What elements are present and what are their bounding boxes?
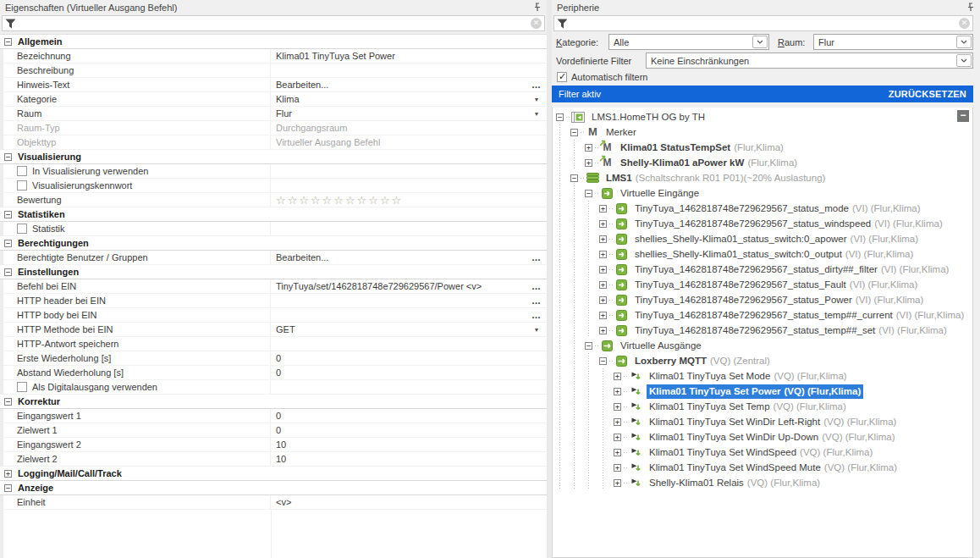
section-header[interactable]: +Logging/Mail/Call/Track: [0, 467, 547, 481]
tree-row-highlight[interactable]: Klima01 TinyTuya Set WindSpeed(VQ) (Flur…: [647, 445, 875, 460]
expand-icon[interactable]: +: [599, 312, 607, 319]
dropdown-arrow-icon[interactable]: ▼: [534, 97, 540, 102]
collapse-icon[interactable]: −: [585, 190, 592, 197]
chevron-down-icon[interactable]: [956, 54, 972, 67]
pin-icon[interactable]: [966, 3, 975, 12]
property-row[interactable]: Eingangswert 210: [0, 438, 547, 452]
collapse-icon[interactable]: −: [4, 38, 12, 46]
property-row[interactable]: Befehl bei EINTinyTuya/set/1462818748e72…: [0, 279, 547, 294]
property-row[interactable]: HTTP-Antwort speichern: [0, 337, 547, 351]
tree-row[interactable]: +Klima01 TinyTuya Set Mode(VQ) (Flur,Kli…: [553, 368, 972, 384]
property-checkbox[interactable]: [17, 180, 27, 191]
property-value-cell[interactable]: [271, 294, 526, 307]
property-row[interactable]: Einheit<v>: [0, 495, 547, 510]
auto-filter-checkbox[interactable]: [557, 72, 567, 82]
collapse-icon[interactable]: −: [585, 342, 592, 350]
tree-row-highlight[interactable]: Shelly-Klima01 Relais(VQ) (Flur,Klima): [647, 476, 823, 490]
property-value-cell[interactable]: Bearbeiten...: [271, 78, 526, 91]
property-row[interactable]: Zielwert 210: [0, 452, 547, 467]
property-row[interactable]: BezeichnungKlima01 TinyTuya Set Power: [0, 49, 547, 64]
property-row[interactable]: Abstand Wiederholung [s]0: [0, 366, 547, 380]
ellipsis-button[interactable]: …: [531, 80, 542, 90]
property-row[interactable]: Zielwert 10: [0, 423, 547, 438]
expand-icon[interactable]: +: [4, 470, 12, 478]
property-checkbox[interactable]: [17, 224, 27, 234]
tree-row-highlight[interactable]: Virtuelle Ausgänge: [618, 339, 704, 353]
pin-icon[interactable]: [533, 3, 542, 12]
property-value-cell[interactable]: [271, 308, 526, 322]
expand-icon[interactable]: +: [599, 235, 607, 243]
tree-row[interactable]: +TinyTuya_1462818748e729629567_status_te…: [553, 323, 972, 338]
tree-row[interactable]: +TinyTuya_1462818748e729629567_status_te…: [553, 307, 972, 323]
section-header[interactable]: −Anzeige: [0, 481, 547, 495]
property-checkbox[interactable]: [17, 166, 27, 176]
dropdown-arrow-icon[interactable]: ▼: [534, 327, 540, 333]
tree-row-highlight[interactable]: TinyTuya_1462818748e729629567_status_Pow…: [632, 293, 926, 307]
tree-row-highlight[interactable]: TinyTuya_1462818748e729629567_status_tem…: [632, 308, 966, 323]
property-value-cell[interactable]: 10: [271, 452, 526, 466]
expand-icon[interactable]: +: [585, 159, 592, 167]
collapse-icon[interactable]: −: [599, 357, 607, 365]
tree-row[interactable]: −Virtuelle Ausgänge: [553, 338, 972, 353]
property-value-cell[interactable]: [271, 179, 526, 192]
tree-row[interactable]: +Klima01 TinyTuya Set Temp(VQ) (Flur,Kli…: [553, 399, 972, 414]
property-row[interactable]: ObjekttypVirtueller Ausgang Befehl: [0, 135, 547, 150]
tree-row[interactable]: −Loxberry MQTT(VQ) (Zentral): [553, 353, 972, 368]
tree-row-highlight[interactable]: Shelly-Klima01 aPower kW(Flur,Klima): [618, 156, 800, 170]
expand-icon[interactable]: +: [614, 479, 621, 487]
expand-icon[interactable]: +: [614, 388, 621, 395]
property-row[interactable]: RaumFlur▼: [0, 107, 547, 121]
room-select[interactable]: Flur: [813, 34, 973, 50]
tree-row-highlight[interactable]: Klima01 TinyTuya Set Temp(VQ) (Flur,Klim…: [647, 400, 849, 414]
property-value-cell[interactable]: Flur: [271, 107, 526, 120]
property-row[interactable]: HTTP header bei EIN…: [0, 294, 547, 308]
tree-row-highlight[interactable]: Klima01 StatusTempSet(Flur,Klima): [618, 141, 786, 155]
tree-row-highlight[interactable]: LMS1.HomeTH OG by TH: [589, 110, 707, 124]
property-row[interactable]: KategorieKlima▼: [0, 92, 547, 107]
expand-icon[interactable]: +: [614, 434, 621, 441]
tree-row-highlight[interactable]: shellies_Shelly-Klima01_status_switch:0_…: [632, 232, 921, 246]
property-value-cell[interactable]: 0: [271, 409, 526, 423]
property-value-cell[interactable]: [271, 222, 526, 235]
expand-icon[interactable]: +: [599, 220, 607, 228]
property-value-cell[interactable]: [271, 64, 526, 77]
tree-row-highlight[interactable]: TinyTuya_1462818748e729629567_status_win…: [632, 217, 945, 231]
expand-icon[interactable]: +: [599, 296, 607, 304]
tree-row[interactable]: −MMerker: [553, 124, 972, 140]
section-header[interactable]: −Berechtigungen: [0, 236, 547, 251]
collapse-icon[interactable]: −: [4, 211, 12, 218]
tree-row[interactable]: +Klima01 TinyTuya Set Power(VQ) (Flur,Kl…: [553, 384, 972, 399]
tree-row[interactable]: +Klima01 TinyTuya Set WindSpeed Mute(VQ)…: [553, 460, 972, 475]
tree-row[interactable]: +TinyTuya_1462818748e729629567_status_Po…: [553, 292, 972, 307]
tree-row-highlight[interactable]: shellies_Shelly-Klima01_status_switch:0_…: [632, 247, 916, 262]
expand-icon[interactable]: +: [614, 373, 621, 380]
property-row[interactable]: Raum-TypDurchgangsraum: [0, 121, 547, 135]
property-value-cell[interactable]: Virtueller Ausgang Befehl: [271, 135, 526, 149]
collapse-icon[interactable]: −: [4, 268, 12, 276]
collapse-icon[interactable]: −: [570, 129, 578, 136]
property-value-cell[interactable]: 0: [271, 366, 526, 379]
tree-row[interactable]: +shellies_Shelly-Klima01_status_switch:0…: [553, 231, 972, 246]
ellipsis-button[interactable]: …: [531, 310, 542, 320]
tree-row-highlight[interactable]: Klima01 TinyTuya Set WindSpeed Mute(VQ) …: [647, 461, 900, 475]
property-value-cell[interactable]: Durchgangsraum: [271, 121, 526, 135]
filter-reset-button[interactable]: ZURÜCKSETZEN: [889, 89, 966, 99]
section-header[interactable]: −Einstellungen: [0, 265, 547, 279]
property-value-cell[interactable]: Klima01 TinyTuya Set Power: [271, 49, 526, 63]
collapse-all-button[interactable]: −: [957, 110, 969, 122]
tree-row-highlight[interactable]: Klima01 TinyTuya Set Power(VQ) (Flur,Kli…: [647, 384, 863, 399]
filter-clear-icon[interactable]: ✕: [959, 18, 970, 29]
property-value-cell[interactable]: [271, 380, 526, 394]
expand-icon[interactable]: +: [599, 205, 607, 213]
tree-row[interactable]: +Klima01 TinyTuya Set WinDir Left-Right(…: [553, 414, 972, 429]
property-row[interactable]: Hinweis-TextBearbeiten...…: [0, 78, 547, 92]
property-value-cell[interactable]: [271, 337, 526, 351]
tree-row[interactable]: +Klima01 TinyTuya Set WindSpeed(VQ) (Flu…: [553, 445, 972, 460]
tree-row[interactable]: +TinyTuya_1462818748e729629567_status_mo…: [553, 201, 972, 216]
tree-row[interactable]: +TinyTuya_1462818748e729629567_status_wi…: [553, 216, 972, 231]
predefined-filter-select[interactable]: Keine Einschränkungen: [646, 52, 973, 69]
tree-row-highlight[interactable]: Klima01 TinyTuya Set WinDir Up-Down(VQ) …: [647, 430, 898, 445]
tree-row[interactable]: +MShelly-Klima01 aPower kW(Flur,Klima): [553, 155, 972, 170]
tree-row-highlight[interactable]: Virtuelle Eingänge: [618, 186, 702, 201]
tree-row[interactable]: +Shelly-Klima01 Relais(VQ) (Flur,Klima): [553, 475, 972, 490]
